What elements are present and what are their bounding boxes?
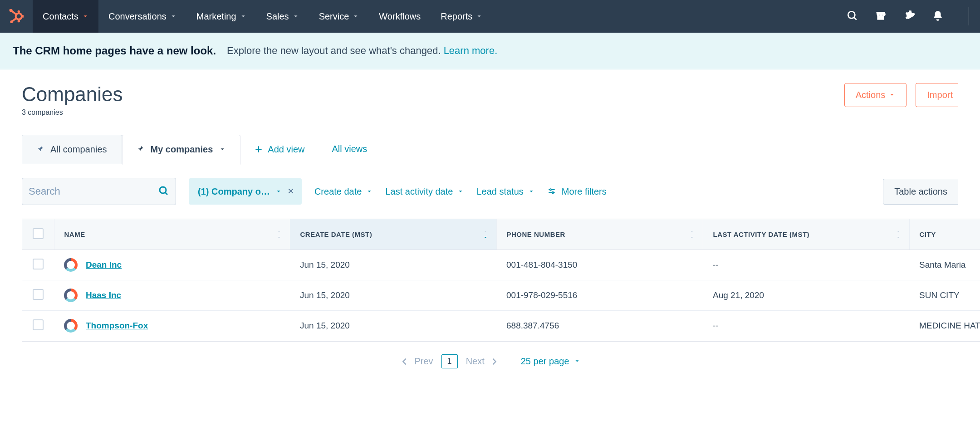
company-link[interactable]: Thompson-Fox (86, 321, 148, 331)
import-button[interactable]: Import (916, 83, 958, 107)
all-views-link[interactable]: All views (318, 135, 381, 164)
caret-down-icon (574, 356, 580, 367)
caret-down-icon (275, 186, 282, 197)
column-name[interactable]: NAME (54, 219, 290, 250)
banner-headline: The CRM home pages have a new look. (13, 44, 216, 57)
svg-point-16 (160, 187, 166, 193)
next-button[interactable]: Next (466, 356, 499, 367)
cell-city: Santa Maria (909, 250, 980, 280)
svg-rect-13 (877, 15, 884, 20)
info-banner: The CRM home pages have a new look. Expl… (0, 33, 980, 69)
pagination: Prev 1 Next 25 per page (0, 342, 980, 381)
cell-phone: 001-481-804-3150 (496, 250, 703, 280)
company-avatar-icon (64, 289, 78, 302)
sort-icon (689, 229, 695, 240)
banner-learn-more-link[interactable]: Learn more. (444, 45, 498, 56)
marketplace-icon[interactable] (875, 10, 887, 23)
nav-item-conversations[interactable]: Conversations (98, 0, 186, 33)
column-create-date[interactable]: CREATE DATE (MST) (290, 219, 496, 250)
row-checkbox[interactable] (22, 250, 54, 280)
filter-last-activity[interactable]: Last activity date (385, 186, 464, 197)
hubspot-logo[interactable] (0, 0, 33, 33)
search-icon[interactable] (847, 10, 858, 23)
table-actions-button[interactable]: Table actions (883, 179, 958, 205)
bell-icon[interactable] (932, 10, 944, 23)
caret-down-icon (240, 11, 246, 22)
company-avatar-icon (64, 319, 78, 333)
filter-lead-status[interactable]: Lead status (476, 186, 534, 197)
search-box[interactable] (22, 178, 176, 205)
filter-chip-company-owner[interactable]: (1) Company o… (189, 178, 302, 205)
chevron-right-icon (489, 357, 499, 367)
company-link[interactable]: Haas Inc (86, 290, 121, 300)
search-input[interactable] (29, 186, 158, 197)
nav-label: Marketing (196, 11, 236, 22)
per-page-dropdown[interactable]: 25 per page (521, 356, 580, 367)
add-view-button[interactable]: Add view (240, 135, 318, 164)
column-select-all[interactable] (22, 219, 54, 250)
nav-item-sales[interactable]: Sales (256, 0, 309, 33)
nav-item-service[interactable]: Service (309, 0, 369, 33)
banner-subtext: Explore the new layout and see what's ch… (227, 45, 444, 56)
nav-item-reports[interactable]: Reports (431, 0, 492, 33)
tab-all-companies[interactable]: All companies (22, 135, 122, 164)
pin-icon (137, 144, 144, 155)
close-icon[interactable] (287, 186, 294, 197)
caret-down-icon (457, 186, 464, 197)
sort-icon (483, 229, 488, 240)
svg-line-17 (165, 192, 167, 195)
nav-item-workflows[interactable]: Workflows (369, 0, 431, 33)
actions-button[interactable]: Actions (844, 83, 907, 107)
record-count: 3 companies (22, 108, 123, 117)
company-link[interactable]: Dean Inc (86, 260, 122, 270)
column-phone[interactable]: PHONE NUMBER (496, 219, 703, 250)
caret-down-icon (476, 11, 482, 22)
svg-point-23 (552, 192, 554, 193)
svg-point-11 (848, 11, 855, 18)
cell-name: Dean Inc (54, 250, 290, 280)
cell-last-activity: Aug 21, 2020 (703, 280, 909, 311)
nav-item-contacts[interactable]: Contacts (33, 0, 98, 33)
nav-label: Reports (441, 11, 472, 22)
table-row: Thompson-FoxJun 15, 2020688.387.4756--ME… (22, 311, 980, 341)
page-number[interactable]: 1 (441, 354, 458, 368)
cell-phone: 688.387.4756 (496, 311, 703, 341)
sort-icon (276, 229, 282, 240)
column-last-activity[interactable]: LAST ACTIVITY DATE (MST) (703, 219, 909, 250)
more-filters-button[interactable]: More filters (547, 186, 607, 197)
companies-table: NAME CREATE DATE (MST) PHONE NUMBER (22, 219, 980, 342)
caret-down-icon (82, 11, 88, 22)
gear-icon[interactable] (903, 10, 916, 24)
view-tabs: All companies My companies Add view All … (0, 135, 980, 164)
svg-point-8 (10, 20, 13, 23)
nav-utility-icons (847, 10, 956, 24)
nav-label: Sales (266, 11, 289, 22)
plus-icon (254, 145, 263, 154)
filter-create-date[interactable]: Create date (314, 186, 373, 197)
nav-label: Contacts (43, 11, 78, 22)
caret-down-icon (219, 144, 225, 155)
sort-icon (896, 229, 901, 240)
cell-last-activity: -- (703, 311, 909, 341)
svg-line-12 (854, 17, 856, 20)
row-checkbox[interactable] (22, 280, 54, 311)
tab-my-companies[interactable]: My companies (122, 135, 241, 165)
search-icon (158, 186, 169, 198)
page-header: Companies 3 companies Actions Import (0, 69, 980, 122)
prev-button[interactable]: Prev (400, 356, 433, 367)
svg-point-0 (16, 13, 22, 19)
nav-item-marketing[interactable]: Marketing (186, 0, 256, 33)
svg-point-21 (550, 189, 551, 190)
tab-label: My companies (151, 144, 213, 155)
top-nav: ContactsConversationsMarketingSalesServi… (0, 0, 980, 33)
tab-label: All companies (50, 144, 107, 155)
cell-city: MEDICINE HAT (909, 311, 980, 341)
cell-name: Thompson-Fox (54, 311, 290, 341)
row-checkbox[interactable] (22, 311, 54, 341)
cell-last-activity: -- (703, 250, 909, 280)
nav-label: Conversations (108, 11, 167, 22)
nav-divider (968, 7, 969, 25)
cell-create-date: Jun 15, 2020 (290, 250, 496, 280)
caret-down-icon (366, 186, 372, 197)
column-city[interactable]: CITY (909, 219, 980, 250)
